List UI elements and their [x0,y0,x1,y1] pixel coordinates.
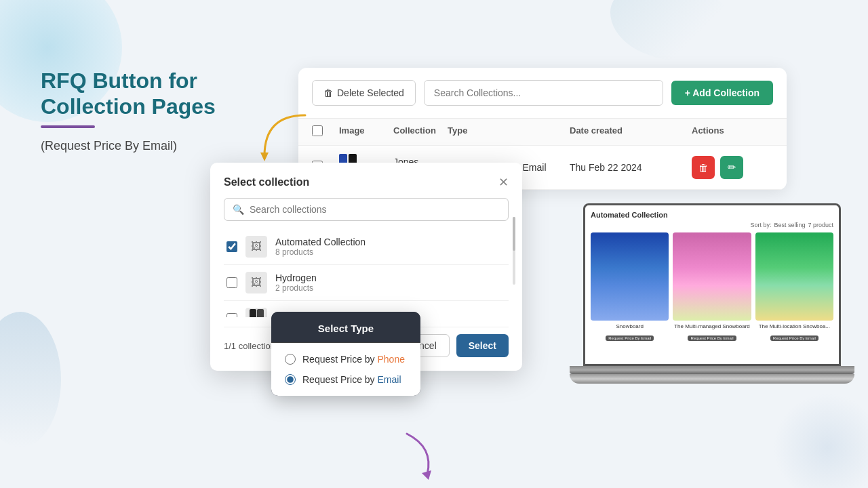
laptop-screen: Automated Collection Sort by: Best selli… [583,203,841,366]
list-item: 🖼 Hydrogen 2 products [224,265,509,301]
product-count: 7 product [808,222,833,228]
add-collection-button[interactable]: + Add Collection [671,81,773,105]
row-date: Thu Feb 22 2024 [570,162,692,173]
modal-scrollbar [513,217,515,285]
collection-name-2: Hydrogen [275,272,506,283]
type-panel-title: Select Type [271,312,420,343]
laptop-base [570,374,854,384]
bg-decoration-bottom-right [773,393,868,488]
product-badge-2: Request Price By Email [688,336,736,341]
product-image-3 [755,232,833,321]
collection-checkbox-2[interactable] [226,277,237,288]
title-underline [41,125,95,128]
search-collections-input[interactable] [424,80,663,106]
page-subtitle: (Request Price By Email) [41,139,251,153]
list-item: 🖼 Automated Collection 8 products [224,229,509,265]
modal-header: Select collection ✕ [224,176,509,188]
type-option-email[interactable]: Request Price by Email [285,374,407,385]
sort-value: Best selling [774,222,805,228]
collection-icon-2: 🖼 [245,272,267,293]
product-badge-3: Request Price By Email [770,336,818,341]
header-date: Date created [570,125,692,138]
header-type: Type [448,125,570,138]
collection-search-input[interactable] [250,204,500,215]
laptop-section: Automated Collection Sort by: Best selli… [570,203,854,384]
page-title: RFQ Button for Collection Pages [41,68,251,120]
collection-list: 🖼 Automated Collection 8 products 🖼 Hydr… [224,229,509,317]
sort-label: Sort by: [750,222,771,228]
laptop-product-1: Snowboard Request Price By Email [591,232,669,342]
trash-icon: 🗑 [323,87,333,98]
arrow-decoration-3 [387,427,441,481]
header-collection: Collection [393,125,448,138]
bg-decoration-mid-left [0,312,61,447]
header-actions: Actions [692,125,773,138]
collection-count-2: 2 products [275,283,506,293]
collection-info-1: Automated Collection 8 products [275,237,506,257]
laptop-products: Snowboard Request Price By Email The Mul… [591,232,833,342]
collection-icon-1: 🖼 [245,236,267,258]
toolbar: 🗑 Delete Selected + Add Collection [298,68,787,119]
product-image-1 [591,232,669,321]
svg-marker-0 [260,152,269,161]
modal-title: Select collection [224,176,309,188]
type-panel-body: Request Price by Phone Request Price by … [271,343,420,396]
product-name-3: The Multi-location Snowboa... [755,323,833,330]
collection-checkbox-3[interactable] [226,313,237,317]
row-delete-button[interactable]: 🗑 [692,156,715,179]
product-name-2: The Multi-managed Snowboard [673,323,751,330]
modal-scrollbar-thumb [513,217,515,251]
type-radio-phone[interactable] [285,354,296,365]
laptop-product-3: The Multi-location Snowboa... Request Pr… [755,232,833,342]
collection-info-2: Hydrogen 2 products [275,272,506,293]
product-badge-1: Request Price By Email [606,336,654,341]
email-highlight: Email [378,374,401,385]
bg-decoration-top-right [610,0,732,61]
collection-icon-3 [245,308,267,317]
collection-checkbox-1[interactable] [226,241,237,252]
modal-close-button[interactable]: ✕ [498,176,509,188]
svg-marker-2 [422,470,431,480]
header-image: Image [339,125,393,138]
hero-text-section: RFQ Button for Collection Pages (Request… [41,68,251,153]
type-option-phone[interactable]: Request Price by Phone [285,354,407,365]
laptop-hinge [570,366,854,374]
laptop-sortbar: Sort by: Best selling 7 product [591,222,833,228]
row-actions: 🗑 ✏ [692,156,773,179]
modal-search-box: 🔍 [224,198,509,221]
row-edit-button[interactable]: ✏ [720,156,743,179]
select-type-panel: Select Type Request Price by Phone Reque… [271,312,420,396]
phone-highlight: Phone [378,354,405,365]
search-icon: 🔍 [233,204,244,215]
laptop-product-2: The Multi-managed Snowboard Request Pric… [673,232,751,342]
laptop-collection-title: Automated Collection [591,211,833,219]
delete-selected-button[interactable]: 🗑 Delete Selected [312,80,416,106]
product-name-1: Snowboard [591,323,669,330]
collection-count-1: 8 products [275,247,506,257]
select-button[interactable]: Select [456,334,509,357]
table-header: Image Collection Type Date created Actio… [298,119,787,146]
arrow-decoration-1 [251,108,319,169]
collection-name-1: Automated Collection [275,237,506,247]
type-radio-email[interactable] [285,374,296,385]
product-image-2 [673,232,751,321]
